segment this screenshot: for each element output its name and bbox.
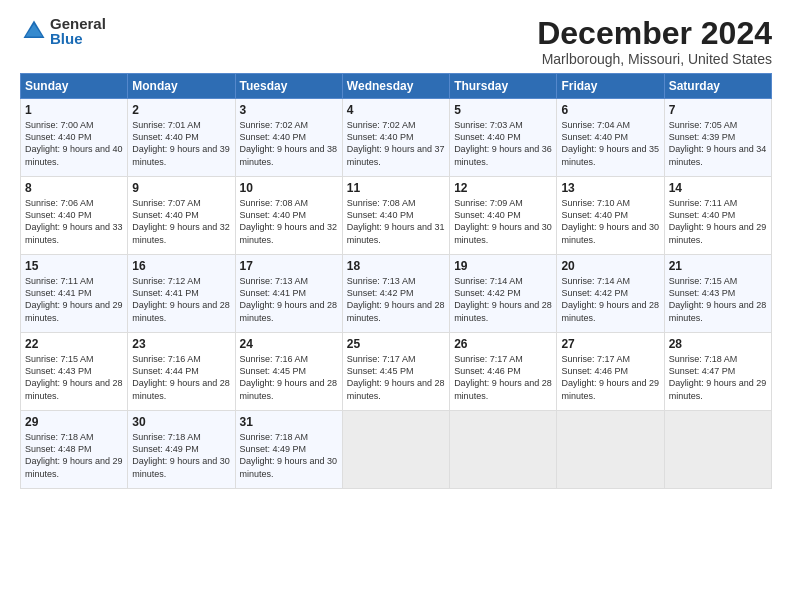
calendar-cell: 14 Sunrise: 7:11 AMSunset: 4:40 PMDaylig…: [664, 177, 771, 255]
logo-blue: Blue: [50, 31, 106, 46]
day-number: 18: [347, 259, 445, 273]
cell-info: Sunrise: 7:08 AMSunset: 4:40 PMDaylight:…: [240, 198, 338, 244]
cell-info: Sunrise: 7:09 AMSunset: 4:40 PMDaylight:…: [454, 198, 552, 244]
cell-info: Sunrise: 7:17 AMSunset: 4:45 PMDaylight:…: [347, 354, 445, 400]
logo-text: General Blue: [50, 16, 106, 46]
day-number: 7: [669, 103, 767, 117]
day-number: 6: [561, 103, 659, 117]
day-number: 22: [25, 337, 123, 351]
day-number: 16: [132, 259, 230, 273]
calendar-cell: 18 Sunrise: 7:13 AMSunset: 4:42 PMDaylig…: [342, 255, 449, 333]
day-number: 21: [669, 259, 767, 273]
calendar-cell: 1 Sunrise: 7:00 AMSunset: 4:40 PMDayligh…: [21, 99, 128, 177]
col-thursday: Thursday: [450, 74, 557, 99]
calendar-cell: 15 Sunrise: 7:11 AMSunset: 4:41 PMDaylig…: [21, 255, 128, 333]
cell-info: Sunrise: 7:15 AMSunset: 4:43 PMDaylight:…: [25, 354, 123, 400]
day-number: 13: [561, 181, 659, 195]
cell-info: Sunrise: 7:18 AMSunset: 4:47 PMDaylight:…: [669, 354, 767, 400]
calendar-cell: 10 Sunrise: 7:08 AMSunset: 4:40 PMDaylig…: [235, 177, 342, 255]
cell-info: Sunrise: 7:01 AMSunset: 4:40 PMDaylight:…: [132, 120, 230, 166]
cell-info: Sunrise: 7:15 AMSunset: 4:43 PMDaylight:…: [669, 276, 767, 322]
calendar-cell: [664, 411, 771, 489]
calendar-cell: 24 Sunrise: 7:16 AMSunset: 4:45 PMDaylig…: [235, 333, 342, 411]
day-number: 12: [454, 181, 552, 195]
day-number: 20: [561, 259, 659, 273]
col-sunday: Sunday: [21, 74, 128, 99]
calendar-cell: 4 Sunrise: 7:02 AMSunset: 4:40 PMDayligh…: [342, 99, 449, 177]
calendar-cell: 28 Sunrise: 7:18 AMSunset: 4:47 PMDaylig…: [664, 333, 771, 411]
day-number: 30: [132, 415, 230, 429]
logo: General Blue: [20, 16, 106, 46]
logo-icon: [20, 17, 48, 45]
header-row: Sunday Monday Tuesday Wednesday Thursday…: [21, 74, 772, 99]
day-number: 17: [240, 259, 338, 273]
day-number: 24: [240, 337, 338, 351]
day-number: 25: [347, 337, 445, 351]
cell-info: Sunrise: 7:12 AMSunset: 4:41 PMDaylight:…: [132, 276, 230, 322]
calendar-cell: 2 Sunrise: 7:01 AMSunset: 4:40 PMDayligh…: [128, 99, 235, 177]
cell-info: Sunrise: 7:14 AMSunset: 4:42 PMDaylight:…: [561, 276, 659, 322]
day-number: 8: [25, 181, 123, 195]
day-number: 19: [454, 259, 552, 273]
location: Marlborough, Missouri, United States: [537, 51, 772, 67]
calendar-cell: 26 Sunrise: 7:17 AMSunset: 4:46 PMDaylig…: [450, 333, 557, 411]
cell-info: Sunrise: 7:03 AMSunset: 4:40 PMDaylight:…: [454, 120, 552, 166]
cell-info: Sunrise: 7:00 AMSunset: 4:40 PMDaylight:…: [25, 120, 123, 166]
calendar-cell: 5 Sunrise: 7:03 AMSunset: 4:40 PMDayligh…: [450, 99, 557, 177]
day-number: 29: [25, 415, 123, 429]
cell-info: Sunrise: 7:13 AMSunset: 4:42 PMDaylight:…: [347, 276, 445, 322]
day-number: 31: [240, 415, 338, 429]
calendar-cell: 25 Sunrise: 7:17 AMSunset: 4:45 PMDaylig…: [342, 333, 449, 411]
calendar-week-2: 8 Sunrise: 7:06 AMSunset: 4:40 PMDayligh…: [21, 177, 772, 255]
calendar-cell: 3 Sunrise: 7:02 AMSunset: 4:40 PMDayligh…: [235, 99, 342, 177]
calendar-cell: 23 Sunrise: 7:16 AMSunset: 4:44 PMDaylig…: [128, 333, 235, 411]
col-friday: Friday: [557, 74, 664, 99]
day-number: 28: [669, 337, 767, 351]
day-number: 2: [132, 103, 230, 117]
day-number: 10: [240, 181, 338, 195]
calendar-cell: 22 Sunrise: 7:15 AMSunset: 4:43 PMDaylig…: [21, 333, 128, 411]
calendar-cell: 16 Sunrise: 7:12 AMSunset: 4:41 PMDaylig…: [128, 255, 235, 333]
day-number: 1: [25, 103, 123, 117]
calendar-cell: [450, 411, 557, 489]
cell-info: Sunrise: 7:16 AMSunset: 4:44 PMDaylight:…: [132, 354, 230, 400]
calendar-cell: 27 Sunrise: 7:17 AMSunset: 4:46 PMDaylig…: [557, 333, 664, 411]
calendar-cell: 31 Sunrise: 7:18 AMSunset: 4:49 PMDaylig…: [235, 411, 342, 489]
day-number: 11: [347, 181, 445, 195]
calendar-week-1: 1 Sunrise: 7:00 AMSunset: 4:40 PMDayligh…: [21, 99, 772, 177]
cell-info: Sunrise: 7:07 AMSunset: 4:40 PMDaylight:…: [132, 198, 230, 244]
calendar-cell: 19 Sunrise: 7:14 AMSunset: 4:42 PMDaylig…: [450, 255, 557, 333]
day-number: 9: [132, 181, 230, 195]
day-number: 4: [347, 103, 445, 117]
col-tuesday: Tuesday: [235, 74, 342, 99]
calendar-cell: 6 Sunrise: 7:04 AMSunset: 4:40 PMDayligh…: [557, 99, 664, 177]
day-number: 15: [25, 259, 123, 273]
col-monday: Monday: [128, 74, 235, 99]
calendar-cell: 7 Sunrise: 7:05 AMSunset: 4:39 PMDayligh…: [664, 99, 771, 177]
header: General Blue December 2024 Marlborough, …: [20, 16, 772, 67]
title-block: December 2024 Marlborough, Missouri, Uni…: [537, 16, 772, 67]
calendar-cell: 20 Sunrise: 7:14 AMSunset: 4:42 PMDaylig…: [557, 255, 664, 333]
calendar-cell: 30 Sunrise: 7:18 AMSunset: 4:49 PMDaylig…: [128, 411, 235, 489]
cell-info: Sunrise: 7:02 AMSunset: 4:40 PMDaylight:…: [347, 120, 445, 166]
cell-info: Sunrise: 7:02 AMSunset: 4:40 PMDaylight:…: [240, 120, 338, 166]
logo-general: General: [50, 16, 106, 31]
cell-info: Sunrise: 7:11 AMSunset: 4:41 PMDaylight:…: [25, 276, 123, 322]
cell-info: Sunrise: 7:18 AMSunset: 4:49 PMDaylight:…: [132, 432, 230, 478]
cell-info: Sunrise: 7:18 AMSunset: 4:49 PMDaylight:…: [240, 432, 338, 478]
cell-info: Sunrise: 7:11 AMSunset: 4:40 PMDaylight:…: [669, 198, 767, 244]
calendar-table: Sunday Monday Tuesday Wednesday Thursday…: [20, 73, 772, 489]
calendar-cell: 9 Sunrise: 7:07 AMSunset: 4:40 PMDayligh…: [128, 177, 235, 255]
cell-info: Sunrise: 7:05 AMSunset: 4:39 PMDaylight:…: [669, 120, 767, 166]
calendar-cell: 29 Sunrise: 7:18 AMSunset: 4:48 PMDaylig…: [21, 411, 128, 489]
month-title: December 2024: [537, 16, 772, 51]
day-number: 26: [454, 337, 552, 351]
calendar-cell: 21 Sunrise: 7:15 AMSunset: 4:43 PMDaylig…: [664, 255, 771, 333]
cell-info: Sunrise: 7:13 AMSunset: 4:41 PMDaylight:…: [240, 276, 338, 322]
col-saturday: Saturday: [664, 74, 771, 99]
calendar-cell: [342, 411, 449, 489]
day-number: 5: [454, 103, 552, 117]
cell-info: Sunrise: 7:16 AMSunset: 4:45 PMDaylight:…: [240, 354, 338, 400]
cell-info: Sunrise: 7:18 AMSunset: 4:48 PMDaylight:…: [25, 432, 123, 478]
calendar-week-4: 22 Sunrise: 7:15 AMSunset: 4:43 PMDaylig…: [21, 333, 772, 411]
